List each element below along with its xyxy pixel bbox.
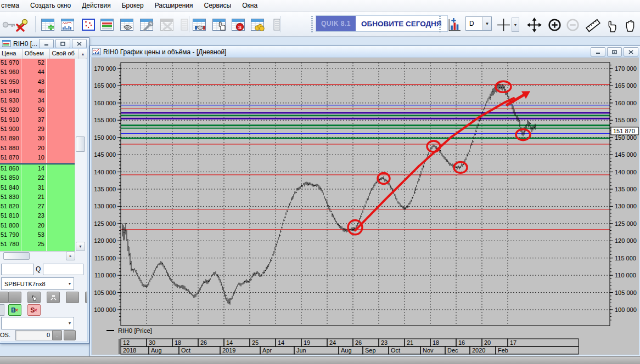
client-code-select[interactable]: ▼ bbox=[1, 317, 74, 329]
svg-text:140 000: 140 000 bbox=[94, 169, 116, 175]
trade-button-0[interactable] bbox=[0, 292, 9, 303]
price-cell: 51 830 bbox=[0, 193, 21, 202]
svg-text:26: 26 bbox=[355, 339, 362, 346]
scrollbar-thumb[interactable] bbox=[76, 136, 85, 152]
zoom-in-tool[interactable] bbox=[546, 16, 563, 33]
svg-text:18: 18 bbox=[433, 339, 439, 346]
orderbook-row-ask[interactable]: 51 95043 bbox=[0, 78, 75, 87]
own-volume-cell bbox=[47, 125, 75, 134]
orderbook-row-bid[interactable]: 51 82027 bbox=[0, 202, 75, 212]
svg-text:110 000: 110 000 bbox=[94, 272, 116, 278]
orderbook-row-ask[interactable]: 51 87010 bbox=[0, 153, 75, 163]
orderbook-row-ask[interactable]: 51 97052 bbox=[0, 59, 75, 68]
menu-item-1[interactable]: Создать окно bbox=[25, 1, 76, 11]
instrument-select[interactable]: SPBFUTK7nx8▼ bbox=[1, 277, 74, 290]
minimize-button[interactable] bbox=[39, 39, 54, 48]
list-small-icon[interactable] bbox=[268, 16, 285, 33]
pointer-tool[interactable] bbox=[603, 16, 619, 33]
orderbook-row-bid[interactable]: 51 81023 bbox=[0, 212, 75, 221]
price-input[interactable] bbox=[43, 264, 83, 275]
buy-cancel-button[interactable]: B✕ bbox=[8, 304, 21, 316]
menu-item-2[interactable]: Действия bbox=[76, 1, 116, 11]
table-settings-icon[interactable] bbox=[138, 16, 155, 33]
trade-button-1[interactable] bbox=[8, 292, 21, 303]
scatter-chart-icon[interactable] bbox=[80, 16, 97, 33]
orderbook-row-ask[interactable]: 51 88020 bbox=[0, 144, 75, 153]
orderbook-row-bid[interactable]: 51 84031 bbox=[0, 184, 75, 193]
money-table-icon[interactable] bbox=[249, 16, 266, 33]
trade-button-4[interactable] bbox=[66, 292, 79, 303]
chevron-down-icon[interactable]: ▼ bbox=[66, 282, 74, 286]
orderbook-row-bid[interactable]: 51 78025 bbox=[0, 240, 75, 249]
chevron-down-icon[interactable]: ▼ bbox=[66, 321, 74, 325]
list-icon[interactable] bbox=[176, 16, 193, 33]
orderbook-row-bid[interactable]: 51 83021 bbox=[0, 193, 75, 202]
hand-tool[interactable] bbox=[621, 16, 638, 33]
price-cell: 51 870 bbox=[0, 153, 21, 163]
orders-table-icon[interactable] bbox=[211, 16, 227, 33]
withdraw-order-button[interactable] bbox=[47, 292, 60, 303]
chart-icon[interactable] bbox=[59, 16, 76, 33]
orderbook-row-ask[interactable]: 51 91037 bbox=[0, 116, 75, 125]
menu-item-3[interactable]: Брокер bbox=[116, 1, 149, 11]
orderbook-row-bid[interactable]: 51 86014 bbox=[0, 164, 75, 174]
orderbook-row-ask[interactable]: 51 93034 bbox=[0, 96, 75, 106]
scroll-up-icon[interactable]: ▲ bbox=[78, 49, 87, 59]
update-today-label[interactable]: ОБНОВИТЕ СЕГОДНЯ bbox=[356, 16, 447, 31]
trades-table-icon[interactable] bbox=[119, 16, 135, 33]
orderbook-titlebar[interactable]: RIH0 [... bbox=[0, 38, 89, 49]
close-icon[interactable] bbox=[624, 47, 638, 56]
minimize-button[interactable] bbox=[591, 47, 605, 56]
orderbook-row-ask[interactable]: 51 89030 bbox=[0, 134, 75, 144]
quotes-table-icon[interactable] bbox=[99, 16, 115, 33]
stop-orders-table-icon[interactable]: S bbox=[230, 16, 246, 33]
add-chart-icon[interactable] bbox=[446, 16, 462, 33]
menu-item-4[interactable]: Расширения bbox=[149, 1, 199, 11]
maximize-button[interactable] bbox=[55, 39, 70, 48]
svg-text:30: 30 bbox=[149, 339, 155, 346]
orderbook-header-2[interactable]: Свой об bbox=[50, 49, 78, 59]
svg-text:17: 17 bbox=[510, 339, 517, 346]
crosshair-tool[interactable] bbox=[495, 16, 512, 33]
more-button[interactable]: .. bbox=[52, 330, 62, 340]
maximize-button[interactable] bbox=[607, 47, 622, 56]
vertical-scrollbar[interactable]: ▼ bbox=[75, 59, 86, 251]
remove-table-icon[interactable] bbox=[159, 16, 175, 33]
chevron-down-icon[interactable]: ▼ bbox=[482, 17, 491, 30]
scroll-right-icon[interactable]: ▸ bbox=[66, 252, 75, 260]
orderbook-header-0[interactable]: Цена bbox=[0, 49, 23, 59]
orderbook-row-ask[interactable]: 51 90029 bbox=[0, 125, 75, 134]
orderbook-row-ask[interactable]: 51 92050 bbox=[0, 106, 75, 115]
ruler-tool[interactable] bbox=[585, 16, 601, 33]
orderbook-row-ask[interactable]: 51 96044 bbox=[0, 68, 75, 77]
price-chart[interactable]: 100 000100 000105 000105 000110 000110 0… bbox=[92, 58, 639, 355]
scroll-down-icon[interactable]: ▼ bbox=[76, 242, 85, 251]
sell-cancel-button[interactable]: S✕ bbox=[27, 304, 41, 316]
interval-select[interactable]: D ▼ bbox=[465, 16, 492, 31]
apply-button[interactable] bbox=[64, 330, 76, 340]
menu-item-0[interactable]: стема bbox=[0, 1, 25, 11]
trade-button-5[interactable] bbox=[85, 292, 87, 303]
chevron-down-icon[interactable]: ▼ bbox=[512, 18, 519, 32]
horizontal-scrollbar[interactable]: ▸ bbox=[0, 251, 75, 260]
volume-cell: 29 bbox=[21, 125, 47, 134]
menu-item-5[interactable]: Сервисы bbox=[198, 1, 237, 11]
orderbook-row-bid[interactable]: 51 80020 bbox=[0, 221, 75, 231]
chart-titlebar[interactable]: RIH0 График цены и объёма - [Дневной] bbox=[90, 46, 640, 57]
close-icon[interactable] bbox=[72, 39, 87, 48]
send-order-button[interactable] bbox=[27, 292, 41, 303]
orderbook-row-ask[interactable]: 51 94046 bbox=[0, 87, 75, 96]
quantity-input[interactable] bbox=[1, 264, 34, 275]
orderbook-header-1[interactable]: Объем bbox=[23, 49, 50, 59]
disconnect-key-icon[interactable] bbox=[14, 16, 31, 33]
svg-text:2020: 2020 bbox=[472, 347, 485, 354]
move-tool[interactable] bbox=[526, 16, 542, 33]
orderbook-row-bid[interactable]: 51 85022 bbox=[0, 174, 75, 183]
scrollbar-thumb[interactable] bbox=[3, 252, 30, 260]
zoom-out-tool[interactable] bbox=[564, 16, 581, 33]
create-table-icon[interactable] bbox=[40, 16, 56, 33]
orderbook-row-bid[interactable]: 51 79053 bbox=[0, 231, 75, 240]
chart-client-area[interactable]: 100 000100 000105 000105 000110 000110 0… bbox=[92, 58, 639, 355]
menu-item-6[interactable]: Окна bbox=[237, 1, 263, 11]
deals-table-icon[interactable] bbox=[191, 16, 207, 33]
